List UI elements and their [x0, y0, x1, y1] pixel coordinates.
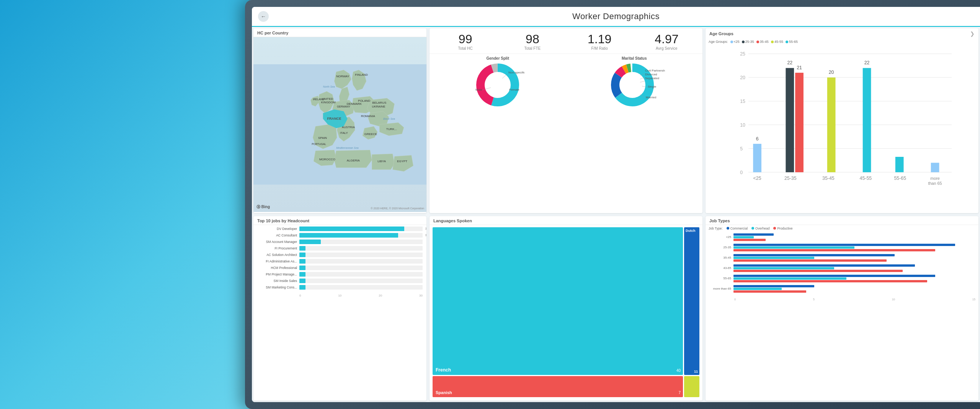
productive-label: Productive	[777, 226, 792, 230]
svg-text:Divorced: Divorced	[645, 73, 657, 76]
job-type-prefix: Job Type:	[709, 226, 723, 230]
job-bar-fill	[299, 272, 305, 277]
gender-split-panel: Gender Split	[430, 54, 566, 213]
job-bar-track: 34	[299, 226, 423, 231]
svg-text:ALGERIA: ALGERIA	[347, 159, 360, 162]
svg-text:SPAIN: SPAIN	[318, 136, 327, 140]
job-bar-fill	[299, 226, 404, 231]
legend-item-55-65: 55-65	[786, 40, 798, 44]
kpi-fm-value: 1.19	[568, 33, 632, 45]
map-copyright: © 2020 HERE, © 2020 Microsoft Corporatio…	[371, 207, 425, 210]
job-name: PM Project Manage...	[257, 272, 299, 276]
kpi-fm-label: F/M Ratio	[568, 46, 632, 51]
languages-title: Languages Spoken	[430, 216, 702, 225]
legend-label-under25: <25	[734, 40, 740, 44]
job-type-mini-bar	[733, 236, 754, 238]
job-bar-row: AC Solution Architect2	[257, 253, 423, 257]
screen: ← Worker Demographics HC per Country	[252, 7, 980, 402]
job-name: DV Developer	[257, 227, 299, 231]
svg-rect-69	[827, 78, 836, 173]
screen-bezel: ← Worker Demographics HC per Country	[245, 0, 980, 409]
back-button[interactable]: ←	[258, 11, 269, 22]
job-type-group-label: 43-65	[709, 266, 733, 270]
french-label: French	[436, 367, 451, 373]
kpi-total-fte: 98 Total FTE	[500, 33, 564, 51]
bing-logo: Ⓑ Bing	[256, 204, 270, 210]
job-type-mini-bar	[733, 254, 895, 256]
svg-text:Separated: Separated	[645, 77, 659, 80]
kpi-fte-label: Total FTE	[500, 46, 564, 51]
legend-item-under25: <25	[730, 40, 740, 44]
legend-label-25-35: 25-35	[745, 40, 754, 44]
svg-point-40	[622, 74, 643, 96]
job-bar-row: HCM Professional2	[257, 266, 423, 270]
svg-text:more: more	[930, 176, 940, 181]
job-type-group-row: 43-65	[709, 264, 975, 272]
svg-text:20: 20	[740, 75, 745, 80]
svg-text:PORTUGAL: PORTUGAL	[312, 143, 326, 145]
job-type-mini-bar	[733, 277, 846, 280]
svg-text:Male: Male	[475, 88, 482, 91]
job-bar-row: DV Developer34	[257, 226, 423, 231]
svg-rect-65	[786, 68, 794, 172]
svg-text:TURK...: TURK...	[386, 127, 397, 131]
job-bar-track: 7	[299, 240, 423, 244]
svg-text:22: 22	[864, 60, 870, 65]
jt-axis-15: 15	[972, 298, 975, 301]
svg-text:22: 22	[787, 60, 792, 65]
job-type-mini-bar	[733, 288, 782, 290]
jt-axis-10: 10	[892, 298, 895, 301]
svg-text:FINLAND: FINLAND	[355, 73, 368, 77]
svg-text:GREECE: GREECE	[364, 132, 377, 136]
job-type-mini-bar	[733, 244, 955, 246]
svg-rect-74	[931, 163, 939, 172]
job-bar-fill	[299, 240, 321, 244]
legend-dot-25-35	[742, 41, 745, 43]
job-bar-value: 32	[425, 233, 426, 238]
job-type-mini-bar	[733, 275, 935, 277]
job-types-bars: <2525-3535-4543-6555-65more than 65	[706, 232, 978, 297]
svg-text:ROMANIA: ROMANIA	[361, 114, 375, 118]
job-type-group-label: <25	[709, 235, 733, 239]
french-value: 40	[676, 368, 681, 373]
job-type-mini-bar	[733, 246, 854, 249]
age-groups-panel: Age Groups ❯ Age Groups: <25 25-35	[706, 28, 978, 213]
svg-text:Black Sea: Black Sea	[383, 117, 395, 120]
map-container: NORWAY FINLAND UNITED KINGDOM IRELAND DE…	[253, 37, 426, 212]
svg-text:35-45: 35-45	[822, 176, 835, 181]
treemap-spanish: Spanish 7	[433, 376, 683, 397]
svg-text:UKRAINE: UKRAINE	[372, 105, 385, 108]
svg-text:MOROCCO: MOROCCO	[319, 158, 335, 161]
overhead-label: Overhead	[755, 226, 769, 230]
gender-donut-chart: Male Non-specific Female	[471, 60, 524, 110]
languages-treemap-container: French 40 Dutch 11 Spanish 7	[430, 225, 702, 400]
svg-text:5: 5	[740, 146, 743, 152]
legend-item-25-35: 25-35	[742, 40, 754, 44]
dutch-value: 11	[694, 370, 698, 373]
kpi-charts-panel: 99 Total HC 98 Total FTE 1.19 F/M Ratio	[430, 28, 702, 213]
legend-label-55-65: 55-65	[789, 40, 798, 44]
job-bar-track: 2	[299, 272, 423, 277]
jobtypes-axis: 0 5 10 15	[706, 297, 978, 302]
kpi-service-label: Avrg Service	[635, 46, 699, 51]
job-type-group-label: more than 65	[709, 287, 733, 290]
job-bar-track: 2	[299, 285, 423, 290]
job-bar-row: SM Account Manager7	[257, 240, 423, 244]
job-name: FI Administrative As...	[257, 259, 299, 263]
age-bars-svg: 25 20 15 10 5 0	[710, 47, 974, 201]
spanish-value: 7	[678, 391, 681, 395]
job-bar-fill	[299, 233, 398, 238]
dashboard-header: ← Worker Demographics	[252, 7, 980, 27]
dutch-label: Dutch	[686, 229, 696, 233]
svg-text:Mediterranean Sea: Mediterranean Sea	[336, 147, 359, 149]
page-title: Worker Demographics	[572, 11, 660, 21]
job-type-mini-bar	[733, 264, 915, 267]
svg-text:55-65: 55-65	[894, 176, 906, 181]
job-types-title: Job Types	[706, 216, 978, 225]
svg-point-29	[487, 74, 508, 96]
job-bar-row: SM Marketing Cons...2	[257, 285, 423, 290]
commercial-dot	[727, 227, 729, 230]
age-groups-nav-right[interactable]: ❯	[970, 31, 975, 37]
age-groups-legend: Age Groups: <25 25-35 35-45	[706, 38, 978, 45]
job-type-group-bars	[733, 275, 975, 282]
